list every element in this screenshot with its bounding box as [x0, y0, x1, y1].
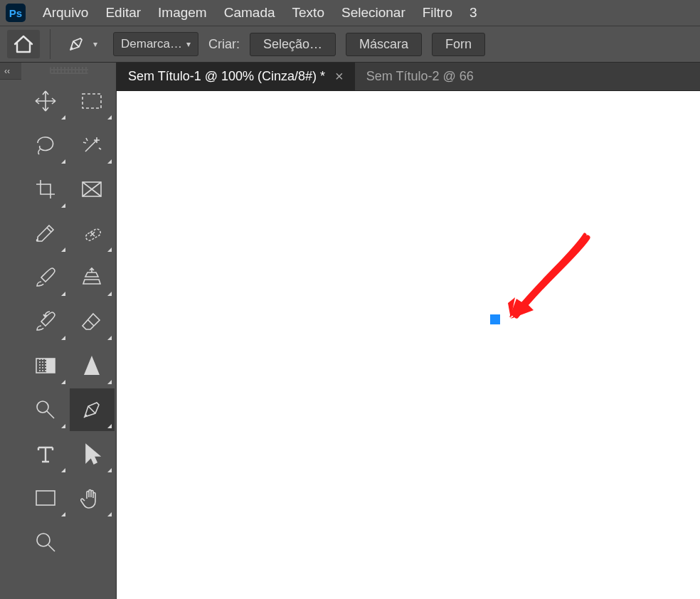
menu-file[interactable]: Arquivo [43, 5, 88, 21]
mask-button[interactable]: Máscara [346, 33, 422, 56]
app-logo-text: Ps [9, 7, 22, 19]
menu-edit[interactable]: Editar [105, 5, 141, 21]
chevron-down-icon: ▾ [186, 39, 191, 49]
close-icon[interactable]: × [335, 68, 344, 85]
pen-mode-label: Demarca… [121, 37, 182, 51]
crop-tool[interactable] [23, 168, 68, 211]
document-area: Sem Título-1 @ 100% (Cinza/8#) * × Sem T… [117, 63, 700, 599]
menu-text[interactable]: Texto [292, 5, 324, 21]
move-tool[interactable] [23, 80, 68, 122]
gradient-tool[interactable] [23, 344, 68, 387]
pen-anchor-point[interactable] [490, 314, 500, 324]
document-tab-label: Sem Título-2 @ 66 [366, 69, 474, 84]
svg-rect-6 [36, 491, 55, 505]
menu-layer[interactable]: Camada [224, 5, 275, 21]
clone-stamp-tool[interactable] [70, 256, 115, 299]
svg-point-5 [37, 401, 48, 413]
brush-tool[interactable] [23, 256, 68, 299]
current-tool-indicator[interactable]: ▾ [60, 31, 103, 57]
marquee-tool[interactable] [70, 80, 115, 122]
document-tab-bar: Sem Título-1 @ 100% (Cinza/8#) * × Sem T… [117, 63, 700, 91]
rectangle-tool[interactable] [23, 477, 68, 519]
collapsed-panel-strip: ‹‹ [0, 63, 21, 599]
frame-tool[interactable] [70, 168, 115, 211]
svg-rect-0 [83, 94, 101, 108]
spot-heal-tool[interactable] [70, 212, 115, 255]
path-selection-tool[interactable] [70, 433, 115, 475]
eraser-tool[interactable] [70, 300, 115, 343]
menu-3d[interactable]: 3 [470, 5, 477, 21]
blur-tool[interactable] [70, 344, 115, 387]
menu-select[interactable]: Selecionar [341, 5, 405, 21]
menu-bar: Ps Arquivo Editar Imagem Camada Texto Se… [0, 0, 700, 26]
document-tab-label: Sem Título-1 @ 100% (Cinza/8#) * [128, 69, 325, 84]
panel-grip[interactable] [21, 63, 116, 78]
menu-image[interactable]: Imagem [158, 5, 207, 21]
history-brush-tool[interactable] [23, 300, 68, 343]
pen-mode-dropdown[interactable]: Demarca… ▾ [113, 32, 198, 56]
home-button[interactable] [7, 30, 40, 58]
eyedropper-tool[interactable] [23, 212, 68, 255]
type-tool[interactable] [23, 433, 68, 475]
document-tab-inactive[interactable]: Sem Título-2 @ 66 [355, 63, 485, 90]
panel-collapse-button[interactable]: ‹‹ [0, 63, 21, 80]
document-tab-active[interactable]: Sem Título-1 @ 100% (Cinza/8#) * × [117, 63, 355, 90]
shape-button[interactable]: Forn [432, 33, 485, 56]
svg-point-7 [37, 534, 50, 546]
dodge-tool[interactable] [23, 388, 68, 431]
magic-wand-tool[interactable] [70, 124, 115, 166]
selection-button[interactable]: Seleção… [250, 33, 336, 56]
chevron-down-icon: ▾ [93, 39, 97, 49]
menu-filter[interactable]: Filtro [423, 5, 452, 21]
pen-icon [66, 34, 86, 54]
tools-panel [21, 63, 117, 599]
home-icon [13, 34, 34, 54]
annotation-arrow-icon [504, 232, 596, 332]
empty-tool-slot [70, 521, 115, 563]
options-bar: ▾ Demarca… ▾ Criar: Seleção… Máscara For… [0, 26, 700, 63]
pen-tool[interactable] [70, 388, 115, 431]
create-label: Criar: [208, 37, 240, 52]
app-logo[interactable]: Ps [6, 4, 26, 22]
lasso-tool[interactable] [23, 124, 68, 166]
svg-rect-4 [46, 359, 55, 373]
canvas[interactable] [117, 91, 700, 599]
hand-tool[interactable] [70, 477, 115, 519]
zoom-tool[interactable] [23, 521, 68, 563]
